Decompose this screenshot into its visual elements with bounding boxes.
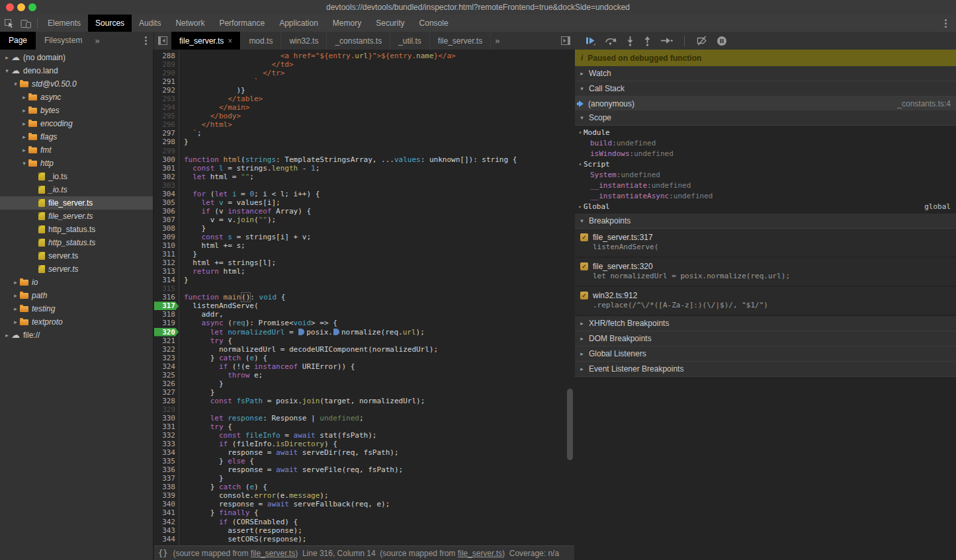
step-into-icon[interactable]	[626, 36, 634, 46]
chevron-right-icon[interactable]: ▸	[20, 94, 28, 100]
chevron-right-icon[interactable]: ▸	[11, 279, 20, 286]
line-number[interactable]: 341	[154, 508, 179, 517]
line-number[interactable]: 321	[154, 337, 179, 345]
tree-item-server.ts[interactable]: server.ts	[0, 249, 153, 262]
code-text[interactable]: }	[179, 250, 197, 259]
editor-scrollbar-thumb[interactable]	[567, 389, 573, 460]
code-text[interactable]: </table>	[179, 95, 263, 103]
code-text[interactable]: let response: Response | undefined;	[179, 414, 364, 422]
line-number[interactable]: 323	[154, 354, 179, 362]
line-number[interactable]: 296	[154, 120, 179, 129]
chevron-down-icon[interactable]: ▾	[11, 81, 20, 87]
pause-on-exceptions-icon[interactable]	[717, 36, 727, 46]
code-text[interactable]: const s = strings[i] + v;	[179, 233, 311, 241]
line-number[interactable]: 299	[154, 147, 179, 155]
editor-tab-file_server.ts[interactable]: file_server.ts	[430, 32, 491, 50]
line-number[interactable]: 319	[154, 319, 179, 327]
line-number[interactable]: 295	[154, 112, 179, 120]
tab-console[interactable]: Console	[412, 15, 456, 32]
tab-network[interactable]: Network	[168, 15, 212, 32]
tab-security[interactable]: Security	[369, 15, 412, 32]
code-text[interactable]: const fileInfo = await stat(fsPath);	[179, 431, 376, 440]
code-text[interactable]: } else {	[179, 457, 254, 465]
step-icon[interactable]	[660, 36, 673, 45]
scope-property[interactable]: isWindows: undefined	[575, 148, 956, 159]
code-text[interactable]: const l = strings.length - 1;	[179, 164, 320, 173]
editor-tab-mod.ts[interactable]: mod.ts	[241, 32, 281, 50]
scope-group-script[interactable]: ▾Script	[575, 159, 956, 169]
line-number[interactable]: 338	[154, 483, 179, 491]
code-text[interactable]: let normalizedUrl = posix.normalize(req.…	[179, 328, 425, 337]
code-text[interactable]: let html = "";	[179, 173, 254, 181]
line-number[interactable]: 316	[154, 293, 179, 301]
code-text[interactable]: html += strings[l];	[179, 259, 276, 267]
more-navigator-tabs-icon[interactable]: »	[91, 32, 103, 50]
line-number[interactable]: 336	[154, 465, 179, 474]
line-number[interactable]: 339	[154, 491, 179, 500]
line-number[interactable]: 335	[154, 457, 179, 465]
code-text[interactable]: }	[179, 138, 189, 146]
code-text[interactable]: for (let i = 0; i < l; i++) {	[179, 190, 320, 198]
chevron-right-icon[interactable]: ▸	[11, 319, 20, 325]
breakpoint-entry[interactable]: ✓win32.ts:912.replace(/^\/*([A-Za-z]:)(\…	[575, 287, 956, 315]
code-text[interactable]: v = v.join("");	[179, 216, 276, 224]
deactivate-breakpoints-icon[interactable]	[696, 36, 708, 46]
close-tab-icon[interactable]: ×	[228, 36, 232, 46]
inspect-icon[interactable]	[0, 15, 17, 32]
tree-item-nodomain[interactable]: ▸☁(no domain)	[0, 51, 153, 64]
code-text[interactable]: }	[179, 380, 224, 388]
line-number[interactable]: 305	[154, 198, 179, 207]
code-text[interactable]	[179, 405, 184, 414]
tree-item-http_status.ts[interactable]: http_status.ts	[0, 236, 153, 249]
breakpoint-entry[interactable]: ✓file_server.ts:317listenAndServe(	[575, 229, 956, 257]
code-text[interactable]: `	[179, 77, 259, 86]
tree-item-_io.ts[interactable]: _io.ts	[0, 170, 153, 183]
code-text[interactable]: response = await serveFile(req, fsPath);	[179, 465, 403, 474]
maximize-window-button[interactable]	[28, 3, 36, 11]
navigator-tab-page[interactable]: Page	[0, 32, 36, 50]
call-stack-frame[interactable]: (anonymous)_constants.ts:4	[575, 97, 956, 110]
source-map-link[interactable]: file_server.ts	[251, 549, 295, 558]
line-number[interactable]: 292	[154, 86, 179, 95]
section-global-listeners[interactable]: ▸Global Listeners	[575, 346, 956, 362]
line-number[interactable]: 343	[154, 526, 179, 535]
code-text[interactable]: addr,	[179, 310, 224, 319]
breakpoint-badge[interactable]: 317	[154, 301, 179, 310]
code-text[interactable]	[179, 147, 184, 155]
line-number[interactable]: 333	[154, 440, 179, 448]
line-number[interactable]: 294	[154, 103, 179, 112]
line-number[interactable]: 306	[154, 207, 179, 216]
code-text[interactable]: return html;	[179, 267, 245, 276]
navigator-tab-filesystem[interactable]: Filesystem	[36, 32, 91, 50]
line-number[interactable]: 324	[154, 362, 179, 371]
line-number[interactable]: 301	[154, 164, 179, 173]
code-text[interactable]: <a href="${entry.url}">${entry.name}</a>	[179, 52, 456, 60]
code-text[interactable]: try {	[179, 337, 232, 345]
tree-item-file_server.ts[interactable]: file_server.ts	[0, 210, 153, 223]
code-text[interactable]: </td>	[179, 60, 294, 69]
section-xhr-fetch-breakpoints[interactable]: ▸XHR/fetch Breakpoints	[575, 316, 956, 331]
more-editor-tabs-icon[interactable]: »	[491, 32, 503, 50]
line-number[interactable]: 312	[154, 259, 179, 267]
open-sidebar-icon[interactable]	[557, 32, 574, 50]
line-number[interactable]: 311	[154, 250, 179, 259]
scope-group-global[interactable]: ▸Globalglobal	[575, 201, 956, 212]
code-text[interactable]	[179, 181, 184, 190]
tree-item-http[interactable]: ▾http	[0, 157, 153, 170]
line-number[interactable]: 340	[154, 500, 179, 508]
tree-item-async[interactable]: ▸async	[0, 91, 153, 104]
code-text[interactable]: if (fileInfo.isDirectory) {	[179, 440, 337, 448]
code-text[interactable]: const fsPath = posix.join(target, normal…	[179, 397, 425, 405]
code-text[interactable]: }	[179, 388, 214, 397]
tree-item-path[interactable]: ▸path	[0, 289, 153, 302]
tab-application[interactable]: Application	[272, 15, 326, 32]
code-text[interactable]: response = await serveFallback(req, e);	[179, 500, 390, 508]
code-text[interactable]: `;	[179, 129, 202, 138]
line-number[interactable]: 328	[154, 397, 179, 405]
tree-item-server.ts[interactable]: server.ts	[0, 262, 153, 276]
tree-item-flags[interactable]: ▸flags	[0, 130, 153, 143]
code-text[interactable]: response = await serveDir(req, fsPath);	[179, 448, 399, 457]
section-call-stack[interactable]: ▾ Call Stack	[575, 81, 956, 97]
customize-menu-icon[interactable]	[937, 15, 953, 32]
chevron-right-icon[interactable]: ▸	[20, 107, 28, 114]
